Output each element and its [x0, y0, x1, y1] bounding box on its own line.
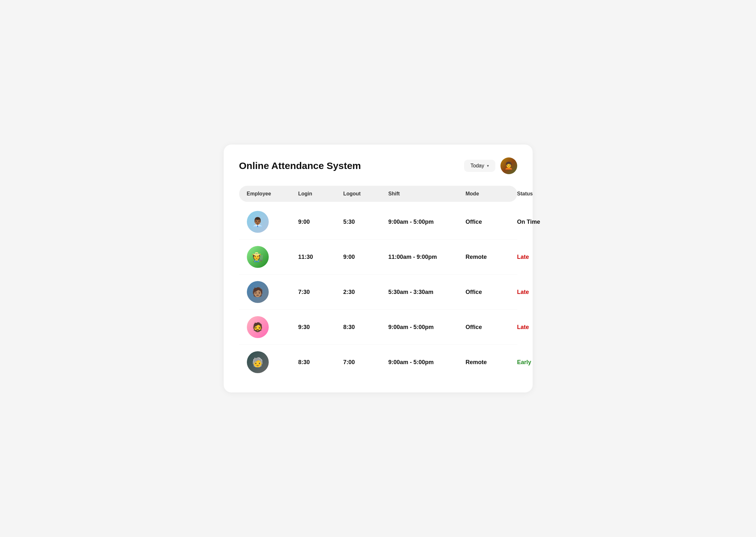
- table-body: 👨🏾‍💼 9:00 5:30 9:00am - 5:00pm Office On…: [239, 204, 517, 380]
- avatar: 🧑‍🦱: [500, 157, 517, 174]
- logout-time: 5:30: [343, 219, 388, 226]
- logout-time: 9:00: [343, 254, 388, 261]
- status-badge: Late: [517, 324, 569, 331]
- col-login: Login: [298, 191, 343, 197]
- avatar-icon: 🧓: [252, 357, 263, 368]
- employee-avatar: 🧑‍🌾: [247, 246, 269, 268]
- employee-avatar: 👨🏾‍💼: [247, 211, 269, 233]
- shift-time: 9:00am - 5:00pm: [388, 359, 466, 366]
- logout-time: 8:30: [343, 324, 388, 331]
- login-time: 9:00: [298, 219, 343, 226]
- table-row: 👨🏾‍💼 9:00 5:30 9:00am - 5:00pm Office On…: [239, 204, 517, 239]
- employee-avatar-cell: 👨🏾‍💼: [247, 211, 298, 233]
- mode-value: Office: [466, 219, 517, 226]
- login-time: 8:30: [298, 359, 343, 366]
- avatar-icon: 🧑‍🌾: [252, 252, 263, 263]
- shift-time: 9:00am - 5:00pm: [388, 219, 466, 226]
- employee-avatar-cell: 🧑‍🌾: [247, 246, 298, 268]
- table-row: 🧓 8:30 7:00 9:00am - 5:00pm Remote Early: [239, 345, 517, 380]
- chevron-down-icon: ▾: [487, 164, 489, 168]
- header: Online Attendance System Today ▾ 🧑‍🦱: [239, 157, 517, 174]
- shift-time: 5:30am - 3:30am: [388, 289, 466, 296]
- col-employee: Employee: [247, 191, 298, 197]
- mode-value: Office: [466, 324, 517, 331]
- employee-avatar-cell: 🧓: [247, 351, 298, 373]
- avatar-icon: 👨🏾‍💼: [252, 217, 263, 227]
- login-time: 7:30: [298, 289, 343, 296]
- avatar-icon: 🧔: [252, 322, 263, 333]
- status-badge: Late: [517, 289, 569, 296]
- today-label: Today: [470, 163, 484, 169]
- mode-value: Remote: [466, 359, 517, 366]
- shift-time: 9:00am - 5:00pm: [388, 324, 466, 331]
- page-title: Online Attendance System: [239, 160, 361, 171]
- login-time: 9:30: [298, 324, 343, 331]
- mode-value: Remote: [466, 254, 517, 261]
- logout-time: 2:30: [343, 289, 388, 296]
- col-mode: Mode: [466, 191, 517, 197]
- main-card: Online Attendance System Today ▾ 🧑‍🦱 Emp…: [224, 145, 533, 392]
- table-row: 🧑‍🌾 11:30 9:00 11:00am - 9:00pm Remote L…: [239, 239, 517, 274]
- employee-avatar: 🧔: [247, 316, 269, 338]
- status-badge: Early: [517, 359, 569, 366]
- col-shift: Shift: [388, 191, 466, 197]
- employee-avatar-cell: 🧔: [247, 316, 298, 338]
- employee-avatar-cell: 🧑🏽: [247, 281, 298, 303]
- table-row: 🧑🏽 7:30 2:30 5:30am - 3:30am Office Late: [239, 274, 517, 310]
- logout-time: 7:00: [343, 359, 388, 366]
- status-badge: On Time: [517, 219, 569, 226]
- status-badge: Late: [517, 254, 569, 261]
- login-time: 11:30: [298, 254, 343, 261]
- employee-avatar: 🧓: [247, 351, 269, 373]
- header-right: Today ▾ 🧑‍🦱: [464, 157, 517, 174]
- col-logout: Logout: [343, 191, 388, 197]
- avatar-icon: 🧑🏽: [252, 287, 263, 298]
- table-header: Employee Login Logout Shift Mode Status: [239, 186, 517, 202]
- employee-avatar: 🧑🏽: [247, 281, 269, 303]
- user-avatar-icon: 🧑‍🦱: [504, 162, 513, 170]
- table-row: 🧔 9:30 8:30 9:00am - 5:00pm Office Late: [239, 310, 517, 345]
- today-button[interactable]: Today ▾: [464, 160, 495, 172]
- shift-time: 11:00am - 9:00pm: [388, 254, 466, 261]
- mode-value: Office: [466, 289, 517, 296]
- col-status: Status: [517, 191, 569, 197]
